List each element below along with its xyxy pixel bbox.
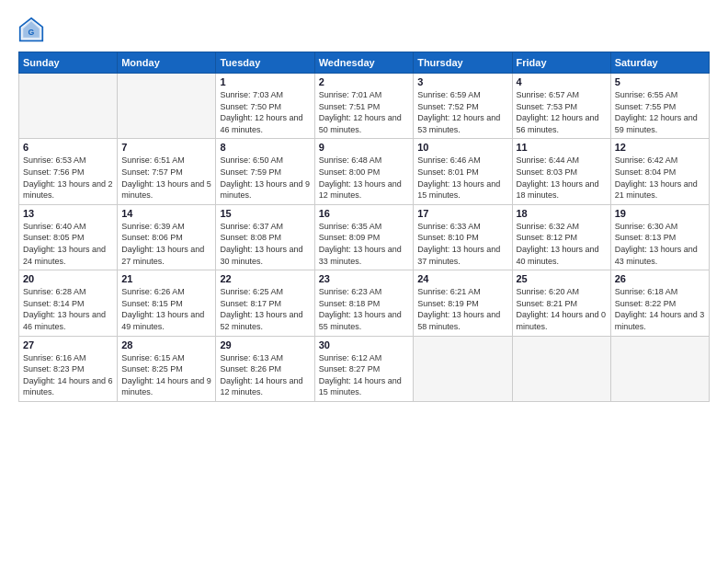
- day-of-week-header: Thursday: [414, 52, 512, 74]
- day-number: 16: [319, 208, 409, 219]
- calendar-cell: 16Sunrise: 6:35 AM Sunset: 8:09 PM Dayli…: [314, 204, 413, 270]
- calendar-cell: 8Sunrise: 6:50 AM Sunset: 7:59 PM Daylig…: [216, 139, 314, 204]
- day-number: 19: [615, 208, 705, 219]
- day-info: Sunrise: 6:33 AM Sunset: 8:10 PM Dayligh…: [417, 221, 507, 267]
- day-info: Sunrise: 6:18 AM Sunset: 8:22 PM Dayligh…: [615, 286, 705, 332]
- day-info: Sunrise: 6:35 AM Sunset: 8:09 PM Dayligh…: [319, 221, 409, 267]
- day-of-week-header: Monday: [118, 52, 216, 74]
- calendar-cell: 20Sunrise: 6:28 AM Sunset: 8:14 PM Dayli…: [19, 270, 118, 336]
- calendar-cell: 5Sunrise: 6:55 AM Sunset: 7:55 PM Daylig…: [610, 74, 709, 139]
- day-number: 14: [121, 208, 211, 219]
- day-info: Sunrise: 7:03 AM Sunset: 7:50 PM Dayligh…: [220, 89, 310, 135]
- day-number: 9: [319, 142, 409, 153]
- header-row: SundayMondayTuesdayWednesdayThursdayFrid…: [19, 52, 710, 74]
- day-number: 20: [23, 273, 113, 284]
- calendar-cell: 18Sunrise: 6:32 AM Sunset: 8:12 PM Dayli…: [512, 204, 610, 270]
- day-number: 5: [615, 76, 705, 87]
- day-info: Sunrise: 6:20 AM Sunset: 8:21 PM Dayligh…: [517, 286, 607, 332]
- day-info: Sunrise: 6:55 AM Sunset: 7:55 PM Dayligh…: [615, 89, 705, 135]
- day-number: 17: [417, 208, 507, 219]
- day-info: Sunrise: 7:01 AM Sunset: 7:51 PM Dayligh…: [319, 89, 409, 135]
- day-number: 12: [615, 142, 705, 153]
- day-info: Sunrise: 6:59 AM Sunset: 7:52 PM Dayligh…: [417, 89, 507, 135]
- day-info: Sunrise: 6:46 AM Sunset: 8:01 PM Dayligh…: [417, 155, 507, 201]
- calendar-cell: 3Sunrise: 6:59 AM Sunset: 7:52 PM Daylig…: [414, 74, 512, 139]
- day-number: 1: [220, 76, 310, 87]
- day-number: 11: [517, 142, 607, 153]
- calendar-cell: [414, 336, 512, 401]
- page: G SundayMondayTuesdayWednesdayThursdayFr…: [0, 0, 728, 563]
- calendar-cell: 6Sunrise: 6:53 AM Sunset: 7:56 PM Daylig…: [19, 139, 118, 204]
- day-of-week-header: Tuesday: [216, 52, 314, 74]
- logo-icon: G: [18, 17, 44, 42]
- day-info: Sunrise: 6:30 AM Sunset: 8:13 PM Dayligh…: [615, 221, 705, 267]
- calendar-cell: 10Sunrise: 6:46 AM Sunset: 8:01 PM Dayli…: [414, 139, 512, 204]
- day-number: 29: [220, 339, 310, 350]
- calendar-cell: 11Sunrise: 6:44 AM Sunset: 8:03 PM Dayli…: [512, 139, 610, 204]
- calendar-week-row: 1Sunrise: 7:03 AM Sunset: 7:50 PM Daylig…: [19, 74, 710, 139]
- calendar-cell: 28Sunrise: 6:15 AM Sunset: 8:25 PM Dayli…: [118, 336, 216, 401]
- calendar-header: SundayMondayTuesdayWednesdayThursdayFrid…: [19, 52, 710, 74]
- day-number: 6: [23, 142, 113, 153]
- day-info: Sunrise: 6:28 AM Sunset: 8:14 PM Dayligh…: [23, 286, 113, 332]
- calendar-cell: 19Sunrise: 6:30 AM Sunset: 8:13 PM Dayli…: [610, 204, 709, 270]
- calendar-cell: [118, 74, 216, 139]
- day-number: 28: [121, 339, 211, 350]
- day-info: Sunrise: 6:48 AM Sunset: 8:00 PM Dayligh…: [319, 155, 409, 201]
- calendar-cell: 15Sunrise: 6:37 AM Sunset: 8:08 PM Dayli…: [216, 204, 314, 270]
- calendar-cell: 21Sunrise: 6:26 AM Sunset: 8:15 PM Dayli…: [118, 270, 216, 336]
- calendar-week-row: 6Sunrise: 6:53 AM Sunset: 7:56 PM Daylig…: [19, 139, 710, 204]
- day-number: 3: [417, 76, 507, 87]
- day-number: 25: [517, 273, 607, 284]
- logo: G: [18, 17, 48, 42]
- day-number: 8: [220, 142, 310, 153]
- day-info: Sunrise: 6:25 AM Sunset: 8:17 PM Dayligh…: [220, 286, 310, 332]
- calendar-cell: 13Sunrise: 6:40 AM Sunset: 8:05 PM Dayli…: [19, 204, 118, 270]
- calendar-cell: 2Sunrise: 7:01 AM Sunset: 7:51 PM Daylig…: [314, 74, 413, 139]
- calendar-cell: 29Sunrise: 6:13 AM Sunset: 8:26 PM Dayli…: [216, 336, 314, 401]
- calendar-cell: 23Sunrise: 6:23 AM Sunset: 8:18 PM Dayli…: [314, 270, 413, 336]
- calendar-cell: 24Sunrise: 6:21 AM Sunset: 8:19 PM Dayli…: [414, 270, 512, 336]
- calendar-cell: [19, 74, 118, 139]
- day-info: Sunrise: 6:12 AM Sunset: 8:27 PM Dayligh…: [319, 352, 409, 398]
- day-info: Sunrise: 6:13 AM Sunset: 8:26 PM Dayligh…: [220, 352, 310, 398]
- day-number: 27: [23, 339, 113, 350]
- day-number: 18: [517, 208, 607, 219]
- day-info: Sunrise: 6:53 AM Sunset: 7:56 PM Dayligh…: [23, 155, 113, 201]
- day-info: Sunrise: 6:26 AM Sunset: 8:15 PM Dayligh…: [121, 286, 211, 332]
- day-info: Sunrise: 6:37 AM Sunset: 8:08 PM Dayligh…: [220, 221, 310, 267]
- day-number: 7: [121, 142, 211, 153]
- calendar-cell: 7Sunrise: 6:51 AM Sunset: 7:57 PM Daylig…: [118, 139, 216, 204]
- svg-text:G: G: [28, 28, 35, 37]
- day-info: Sunrise: 6:44 AM Sunset: 8:03 PM Dayligh…: [517, 155, 607, 201]
- day-number: 10: [417, 142, 507, 153]
- calendar-cell: 26Sunrise: 6:18 AM Sunset: 8:22 PM Dayli…: [610, 270, 709, 336]
- calendar-cell: [610, 336, 709, 401]
- calendar-cell: 12Sunrise: 6:42 AM Sunset: 8:04 PM Dayli…: [610, 139, 709, 204]
- calendar-week-row: 13Sunrise: 6:40 AM Sunset: 8:05 PM Dayli…: [19, 204, 710, 270]
- day-info: Sunrise: 6:21 AM Sunset: 8:19 PM Dayligh…: [417, 286, 507, 332]
- day-info: Sunrise: 6:57 AM Sunset: 7:53 PM Dayligh…: [517, 89, 607, 135]
- day-info: Sunrise: 6:51 AM Sunset: 7:57 PM Dayligh…: [121, 155, 211, 201]
- calendar-cell: [512, 336, 610, 401]
- day-number: 30: [319, 339, 409, 350]
- day-number: 4: [517, 76, 607, 87]
- day-info: Sunrise: 6:32 AM Sunset: 8:12 PM Dayligh…: [517, 221, 607, 267]
- day-number: 2: [319, 76, 409, 87]
- calendar-body: 1Sunrise: 7:03 AM Sunset: 7:50 PM Daylig…: [19, 74, 710, 402]
- calendar-cell: 25Sunrise: 6:20 AM Sunset: 8:21 PM Dayli…: [512, 270, 610, 336]
- day-number: 22: [220, 273, 310, 284]
- day-info: Sunrise: 6:39 AM Sunset: 8:06 PM Dayligh…: [121, 221, 211, 267]
- calendar-cell: 14Sunrise: 6:39 AM Sunset: 8:06 PM Dayli…: [118, 204, 216, 270]
- day-info: Sunrise: 6:16 AM Sunset: 8:23 PM Dayligh…: [23, 352, 113, 398]
- day-number: 13: [23, 208, 113, 219]
- calendar-cell: 22Sunrise: 6:25 AM Sunset: 8:17 PM Dayli…: [216, 270, 314, 336]
- day-info: Sunrise: 6:42 AM Sunset: 8:04 PM Dayligh…: [615, 155, 705, 201]
- calendar-cell: 9Sunrise: 6:48 AM Sunset: 8:00 PM Daylig…: [314, 139, 413, 204]
- calendar-cell: 17Sunrise: 6:33 AM Sunset: 8:10 PM Dayli…: [414, 204, 512, 270]
- day-info: Sunrise: 6:15 AM Sunset: 8:25 PM Dayligh…: [121, 352, 211, 398]
- day-of-week-header: Wednesday: [314, 52, 413, 74]
- day-of-week-header: Saturday: [610, 52, 709, 74]
- calendar-cell: 27Sunrise: 6:16 AM Sunset: 8:23 PM Dayli…: [19, 336, 118, 401]
- day-number: 26: [615, 273, 705, 284]
